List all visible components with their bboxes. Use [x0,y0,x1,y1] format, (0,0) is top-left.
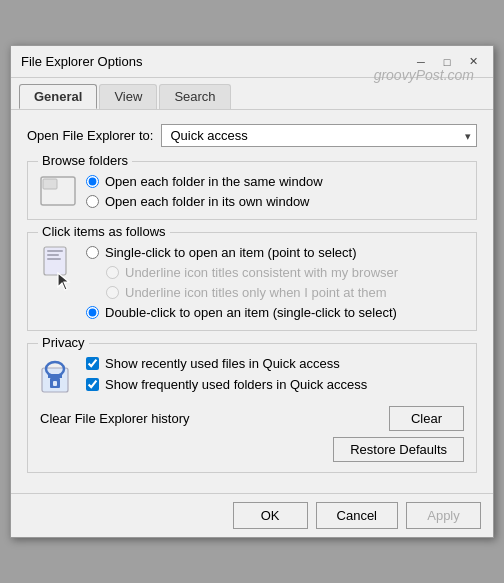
double-click-label: Double-click to open an item (single-cli… [105,305,397,320]
frequently-used-checkbox-row[interactable]: Show frequently used folders in Quick ac… [86,377,367,392]
privacy-icon [40,356,76,398]
browse-folders-options: Open each folder in the same window Open… [86,174,323,209]
svg-rect-11 [53,381,57,386]
same-window-option[interactable]: Open each folder in the same window [86,174,323,189]
frequently-used-label: Show frequently used folders in Quick ac… [105,377,367,392]
privacy-content: Show recently used files in Quick access… [40,356,464,398]
click-items-content: Single-click to open an item (point to s… [40,245,464,320]
dialog-footer: OK Cancel Apply [11,493,493,537]
open-explorer-label: Open File Explorer to: [27,128,153,143]
restore-defaults-row: Restore Defaults [40,437,464,462]
folder-icon [40,176,76,206]
double-click-option[interactable]: Double-click to open an item (single-cli… [86,305,398,320]
single-click-option[interactable]: Single-click to open an item (point to s… [86,245,398,260]
click-items-group: Click items as follows Sing [27,232,477,331]
own-window-option[interactable]: Open each folder in its own window [86,194,323,209]
svg-rect-9 [48,374,62,378]
browse-folders-label: Browse folders [38,153,132,168]
tab-search[interactable]: Search [159,84,230,109]
privacy-options: Show recently used files in Quick access… [86,356,367,392]
privacy-group: Privacy Show recently used files in Quic [27,343,477,473]
ok-button[interactable]: OK [233,502,308,529]
open-explorer-row: Open File Explorer to: Quick access ▾ [27,124,477,147]
clear-history-label: Clear File Explorer history [40,411,190,426]
dialog-window: File Explorer Options ─ □ ✕ General View… [10,45,494,538]
underline-browser-label: Underline icon titles consistent with my… [125,265,398,280]
browse-folders-content: Open each folder in the same window Open… [40,174,464,209]
underline-point-option[interactable]: Underline icon titles only when I point … [106,285,398,300]
click-icon [40,245,76,291]
clear-button[interactable]: Clear [389,406,464,431]
own-window-label: Open each folder in its own window [105,194,310,209]
tab-general[interactable]: General [19,84,97,109]
recently-used-checkbox-row[interactable]: Show recently used files in Quick access [86,356,367,371]
apply-button[interactable]: Apply [406,502,481,529]
underline-point-label: Underline icon titles only when I point … [125,285,387,300]
same-window-label: Open each folder in the same window [105,174,323,189]
privacy-label: Privacy [38,335,89,350]
restore-defaults-button[interactable]: Restore Defaults [333,437,464,462]
click-items-label: Click items as follows [38,224,170,239]
quick-access-dropdown-wrapper: Quick access ▾ [161,124,477,147]
window-title: File Explorer Options [21,54,142,69]
watermark: groovyPost.com [374,67,474,83]
content-area: Open File Explorer to: Quick access ▾ Br… [11,110,493,493]
recently-used-label: Show recently used files in Quick access [105,356,340,371]
click-items-options: Single-click to open an item (point to s… [86,245,398,320]
browse-folders-group: Browse folders Open each folder in the s… [27,161,477,220]
tab-view[interactable]: View [99,84,157,109]
open-explorer-select[interactable]: Quick access [161,124,477,147]
single-click-label: Single-click to open an item (point to s… [105,245,356,260]
clear-history-row: Clear File Explorer history Clear [40,406,464,431]
svg-rect-1 [43,179,57,189]
cancel-button[interactable]: Cancel [316,502,398,529]
underline-browser-option[interactable]: Underline icon titles consistent with my… [106,265,398,280]
svg-rect-5 [47,258,61,260]
svg-rect-3 [47,250,63,252]
svg-rect-4 [47,254,59,256]
